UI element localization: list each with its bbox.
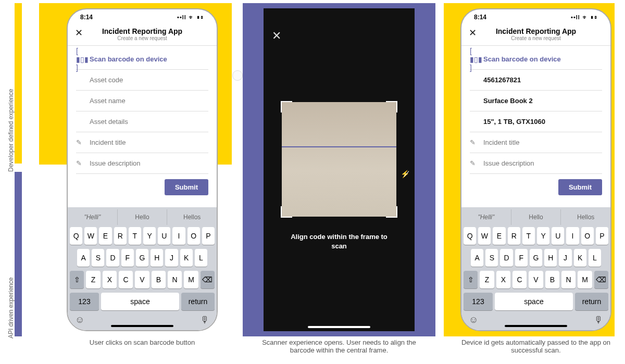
key-return[interactable]: return (575, 293, 608, 310)
key-G[interactable]: G (136, 249, 148, 267)
key-T[interactable]: T (129, 227, 141, 245)
key-K[interactable]: K (574, 249, 586, 267)
suggestion-2[interactable]: Hello (118, 209, 168, 225)
key-M[interactable]: M (184, 271, 198, 288)
key-Y[interactable]: Y (537, 227, 549, 245)
key-F[interactable]: F (121, 249, 134, 267)
scan-barcode-button[interactable]: [ ▮▯▮ ] Scan barcode on device (76, 49, 208, 70)
key-A[interactable]: A (77, 249, 90, 267)
key-E[interactable]: E (99, 227, 111, 245)
key-return[interactable]: return (181, 293, 215, 310)
issue-description-field[interactable]: ✎Issue description (470, 153, 602, 174)
key-space[interactable]: space (101, 293, 179, 310)
key-U[interactable]: U (552, 227, 564, 245)
key-X[interactable]: X (103, 271, 117, 288)
key-O[interactable]: O (581, 227, 594, 245)
key-P[interactable]: P (202, 227, 215, 245)
key-P[interactable]: P (596, 227, 608, 245)
key-W[interactable]: W (478, 227, 491, 245)
asset-name-field[interactable]: Surface Book 2 (470, 91, 602, 111)
key-J[interactable]: J (559, 249, 571, 267)
key-T[interactable]: T (522, 227, 535, 245)
flash-icon[interactable]: ⚡̸ (401, 170, 409, 178)
key-B[interactable]: B (152, 271, 166, 288)
key-J[interactable]: J (165, 249, 178, 267)
key-C[interactable]: C (512, 271, 527, 288)
incident-title-field[interactable]: ✎Incident title (76, 132, 208, 153)
emoji-icon[interactable]: ☺ (75, 315, 84, 325)
emoji-icon[interactable]: ☺ (469, 315, 478, 325)
key-K[interactable]: K (180, 249, 193, 267)
key-Y[interactable]: Y (143, 227, 156, 245)
key-Q[interactable]: Q (70, 227, 82, 245)
suggestion-3[interactable]: Hellos (561, 209, 610, 225)
asset-code-field[interactable]: Asset code (76, 70, 208, 91)
asset-name-field[interactable]: Asset name (76, 91, 208, 111)
key-F[interactable]: F (515, 249, 528, 267)
key-B[interactable]: B (545, 271, 559, 288)
key-L[interactable]: L (589, 249, 601, 267)
key-E[interactable]: E (493, 227, 505, 245)
key-L[interactable]: L (195, 249, 207, 267)
suggestion-3[interactable]: Hellos (167, 209, 217, 225)
key-U[interactable]: U (158, 227, 170, 245)
close-icon[interactable]: ✕ (75, 27, 83, 39)
status-icons: ••ll ᯤ ▮▯ (571, 14, 598, 20)
key-I[interactable]: I (172, 227, 185, 245)
key-Q[interactable]: Q (464, 227, 476, 245)
close-icon[interactable]: ✕ (469, 27, 477, 39)
submit-button[interactable]: Submit (165, 179, 208, 195)
key-M[interactable]: M (578, 271, 592, 288)
key-Z[interactable]: Z (480, 271, 494, 288)
key-V[interactable]: V (529, 271, 543, 288)
key-N[interactable]: N (168, 271, 182, 288)
app-subtitle: Create a new request (68, 35, 217, 41)
asset-details-field[interactable]: 15", 1 TB, GTX1060 (470, 111, 602, 132)
pencil-icon: ✎ (76, 159, 90, 167)
key-C[interactable]: C (119, 271, 133, 288)
key-A[interactable]: A (471, 249, 483, 267)
key-S[interactable]: S (92, 249, 104, 267)
incident-title-field[interactable]: ✎Incident title (470, 132, 602, 153)
scan-label: Scan barcode on device (90, 55, 167, 63)
key-Z[interactable]: Z (86, 271, 100, 288)
key-R[interactable]: R (114, 227, 127, 245)
key-D[interactable]: D (500, 249, 512, 267)
key-D[interactable]: D (106, 249, 119, 267)
suggestion-2[interactable]: Hello (511, 209, 561, 225)
submit-button[interactable]: Submit (558, 179, 602, 195)
mic-icon[interactable]: 🎙 (200, 315, 209, 325)
key-⇧[interactable]: ⇧ (70, 271, 84, 288)
asset-name-value: Surface Book 2 (483, 97, 533, 105)
key-space[interactable]: space (495, 293, 573, 310)
key-S[interactable]: S (485, 249, 498, 267)
app-subtitle: Create a new request (461, 35, 610, 41)
key-N[interactable]: N (561, 271, 576, 288)
key-R[interactable]: R (508, 227, 520, 245)
suggestion-1[interactable]: "Helli" (68, 209, 118, 225)
key-⌫[interactable]: ⌫ (594, 271, 608, 288)
asset-code-placeholder: Asset code (90, 76, 123, 84)
key-I[interactable]: I (566, 227, 579, 245)
key-⇧[interactable]: ⇧ (464, 271, 478, 288)
key-O[interactable]: O (188, 227, 200, 245)
key-W[interactable]: W (84, 227, 97, 245)
key-123[interactable]: 123 (70, 293, 99, 310)
key-X[interactable]: X (496, 271, 510, 288)
key-V[interactable]: V (135, 271, 149, 288)
suggestion-1[interactable]: "Helli" (461, 209, 511, 225)
key-H[interactable]: H (544, 249, 557, 267)
asset-details-field[interactable]: Asset details (76, 111, 208, 132)
key-123[interactable]: 123 (464, 293, 493, 310)
scan-frame (282, 102, 396, 217)
mic-icon[interactable]: 🎙 (594, 315, 603, 325)
key-H[interactable]: H (151, 249, 163, 267)
camera-preview (282, 102, 396, 217)
issue-description-field[interactable]: ✎Issue description (76, 153, 208, 174)
asset-code-field[interactable]: 4561267821 (470, 70, 602, 91)
scan-label: Scan barcode on device (483, 55, 561, 63)
scan-barcode-button[interactable]: [ ▮▯▮ ] Scan barcode on device (470, 49, 602, 70)
key-G[interactable]: G (530, 249, 542, 267)
key-⌫[interactable]: ⌫ (201, 271, 215, 288)
close-icon[interactable]: ✕ (272, 29, 281, 43)
